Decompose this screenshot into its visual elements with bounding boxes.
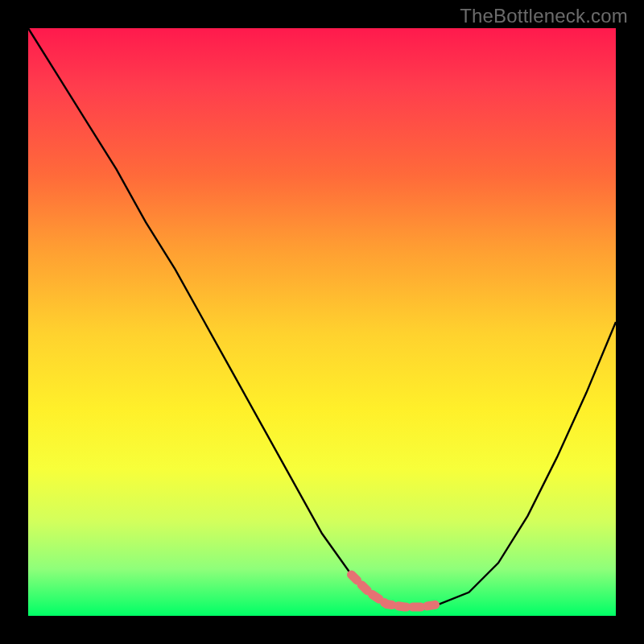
chart-frame: TheBottleneck.com [0, 0, 644, 644]
bottleneck-curve-svg [28, 28, 616, 616]
bottleneck-curve-path [28, 28, 616, 607]
attribution-text: TheBottleneck.com [460, 5, 628, 27]
plot-area [28, 28, 616, 616]
optimal-range-highlight-path [352, 575, 440, 607]
